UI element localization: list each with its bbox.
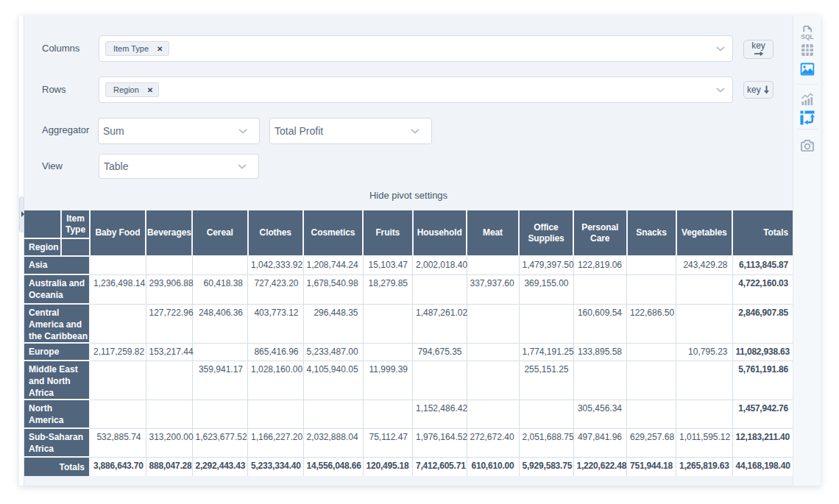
svg-text:SQL: SQL [801,33,813,40]
